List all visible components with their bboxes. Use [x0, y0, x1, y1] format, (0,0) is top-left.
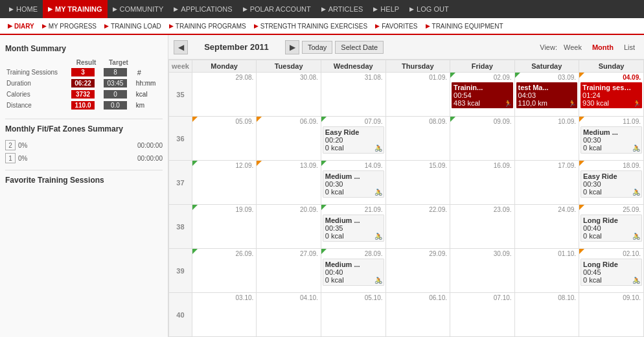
training-event[interactable]: Training session 01:24 930 kcal 🏃: [581, 82, 642, 108]
day-corner-orange-icon: [579, 249, 584, 254]
calendar-day[interactable]: 02.10.Long Ride 00:45 0 kcal 🚴: [579, 249, 644, 293]
top-nav-item-articles[interactable]: ▶ARTICLES: [316, 0, 369, 18]
training-event[interactable]: Medium ... 00:40 0 kcal 🚴: [323, 259, 384, 286]
calendar-day[interactable]: 15.09.: [385, 161, 450, 205]
calendar-day[interactable]: 14.09.Medium ... 00:30 0 kcal 🚴: [321, 161, 385, 205]
calendar-day[interactable]: 27.09.: [257, 249, 321, 293]
day-number: 02.10.: [581, 250, 642, 257]
training-event[interactable]: test Ma... 04:03 110,0 km 🏃: [516, 82, 578, 108]
top-nav-item-home[interactable]: ▶HOME: [4, 0, 43, 18]
calendar-day[interactable]: 26.09.: [192, 249, 256, 293]
sub-nav-item-training-load[interactable]: ▶TRAINING LOAD: [100, 17, 165, 34]
summary-result: 110.0: [70, 100, 102, 111]
top-nav-item-community[interactable]: ▶COMMUNITY: [108, 0, 169, 18]
calendar-day[interactable]: 01.10.: [514, 249, 579, 293]
top-nav-item-log-out[interactable]: ▶LOG OUT: [404, 0, 454, 18]
sub-nav-item-training-programs[interactable]: ▶TRAINING PROGRAMS: [165, 17, 250, 34]
calendar-day[interactable]: 06.10.: [385, 293, 450, 337]
calendar-day[interactable]: 03.10.: [192, 293, 256, 337]
calendar-day[interactable]: 04.09.Training session 01:24 930 kcal 🏃: [579, 73, 644, 117]
training-event[interactable]: Easy Ride 00:20 0 kcal 🚴: [323, 126, 384, 154]
calendar-day[interactable]: 11.09.Medium ... 00:30 0 kcal 🚴: [579, 117, 644, 161]
calendar-day[interactable]: 29.08.: [192, 73, 256, 117]
calendar-week-row: 4003.10.04.10.05.10.06.10.07.10.08.10.09…: [169, 293, 644, 337]
select-date-button[interactable]: Select Date: [335, 41, 384, 54]
calendar-day[interactable]: 25.09.Long Ride 00:40 0 kcal 🚴: [579, 205, 644, 249]
calendar-day[interactable]: 08.09.: [385, 117, 450, 161]
calendar-day[interactable]: 13.09.: [257, 161, 321, 205]
calendar-day[interactable]: 31.08.: [321, 73, 385, 117]
view-month[interactable]: Month: [588, 42, 617, 52]
calendar-day[interactable]: 16.09.: [450, 161, 515, 205]
event-sport-icon: 🚴: [374, 277, 382, 284]
week-number: 37: [169, 161, 192, 205]
calendar-day[interactable]: 07.10.: [450, 293, 515, 337]
calendar-day[interactable]: 30.08.: [257, 73, 321, 117]
sub-nav-item-favorites[interactable]: ▶FAVORITES: [371, 17, 421, 34]
calendar-day[interactable]: 20.09.: [257, 205, 321, 249]
calendar-day[interactable]: 12.09.: [192, 161, 256, 205]
calendar-day[interactable]: 09.10.: [579, 293, 644, 337]
next-month-button[interactable]: ▶: [285, 40, 299, 54]
sub-nav-item-diary[interactable]: ▶DIARY: [4, 17, 38, 34]
calendar-day[interactable]: 17.09.: [514, 161, 579, 205]
training-event[interactable]: Long Ride 00:45 0 kcal 🚴: [581, 259, 642, 286]
zone-time: 00:00:00: [137, 155, 163, 162]
sub-nav-item-strength-training-exercises[interactable]: ▶STRENGTH TRAINING EXERCISES: [250, 17, 371, 34]
day-corner-green-icon: [515, 73, 520, 78]
training-event[interactable]: Medium ... 00:35 0 kcal 🚴: [323, 215, 384, 242]
view-week[interactable]: Week: [560, 42, 586, 52]
today-button[interactable]: Today: [302, 41, 332, 54]
training-event[interactable]: Long Ride 00:40 0 kcal 🚴: [581, 215, 642, 242]
calendar-day[interactable]: 08.10.: [514, 293, 579, 337]
event-sport-icon: 🚴: [632, 189, 640, 196]
top-nav-item-help[interactable]: ▶HELP: [368, 0, 404, 18]
calendar-day[interactable]: 05.09.: [192, 117, 256, 161]
day-number: 10.09.: [516, 118, 578, 125]
event-kcal: 0 kcal: [325, 276, 382, 284]
summary-result: 3: [70, 67, 102, 78]
calendar-day[interactable]: 30.09.: [450, 249, 515, 293]
event-title: test Ma...: [518, 84, 569, 91]
calendar-day[interactable]: 09.09.: [450, 117, 515, 161]
calendar-day[interactable]: 24.09.: [514, 205, 579, 249]
top-nav-item-my-training[interactable]: ▶MY TRAINING: [43, 0, 108, 18]
calendar-day[interactable]: 18.09.Easy Ride 00:30 0 kcal 🚴: [579, 161, 644, 205]
summary-label: Training Sessions: [5, 67, 70, 78]
summary-row: Duration 06:22 03:45 hh:mm: [5, 78, 163, 89]
event-duration: 00:35: [325, 224, 382, 232]
calendar-day[interactable]: 22.09.: [385, 205, 450, 249]
event-title: Medium ...: [583, 128, 634, 136]
calendar-day[interactable]: 03.09.test Ma... 04:03 110,0 km 🏃: [514, 73, 579, 117]
sub-nav-item-my-progress[interactable]: ▶MY PROGRESS: [38, 17, 100, 34]
calendar-day[interactable]: 02.09.Trainin... 00:54 483 kcal 🏃: [450, 73, 515, 117]
day-number: 21.09.: [323, 206, 384, 213]
event-duration: 00:54: [454, 91, 511, 99]
top-nav-item-applications[interactable]: ▶APPLICATIONS: [168, 0, 237, 18]
training-event[interactable]: Medium ... 00:30 0 kcal 🚴: [581, 126, 642, 154]
training-event[interactable]: Medium ... 00:30 0 kcal 🚴: [323, 170, 384, 198]
calendar-day[interactable]: 01.09.: [385, 73, 450, 117]
top-nav-item-polar-account[interactable]: ▶POLAR ACCOUNT: [238, 0, 316, 18]
calendar-day[interactable]: 19.09.: [192, 205, 256, 249]
day-number: 23.09.: [452, 206, 513, 213]
training-event[interactable]: Easy Ride 00:30 0 kcal 🚴: [581, 170, 642, 198]
sub-nav-item-training-equipment[interactable]: ▶TRAINING EQUIPMENT: [422, 17, 507, 34]
calendar-day[interactable]: 04.10.: [257, 293, 321, 337]
thursday-header: Thursday: [385, 60, 450, 73]
calendar-day[interactable]: 29.09.: [385, 249, 450, 293]
calendar-day[interactable]: 10.09.: [514, 117, 579, 161]
training-event[interactable]: Trainin... 00:54 483 kcal 🏃: [452, 82, 513, 108]
calendar-day[interactable]: 06.09.: [257, 117, 321, 161]
calendar-day[interactable]: 28.09.Medium ... 00:40 0 kcal 🚴: [321, 249, 385, 293]
calendar-day[interactable]: 21.09.Medium ... 00:35 0 kcal 🚴: [321, 205, 385, 249]
summary-label: Distance: [5, 100, 70, 111]
event-kcal: 0 kcal: [583, 232, 639, 240]
nav-arrow-icon: ▶: [243, 6, 247, 12]
calendar-day[interactable]: 05.10.: [321, 293, 385, 337]
event-sport-icon: 🚴: [632, 233, 640, 240]
view-list[interactable]: List: [620, 42, 639, 52]
calendar-day[interactable]: 07.09.Easy Ride 00:20 0 kcal 🚴: [321, 117, 385, 161]
calendar-day[interactable]: 23.09.: [450, 205, 515, 249]
prev-month-button[interactable]: ◀: [174, 40, 188, 54]
